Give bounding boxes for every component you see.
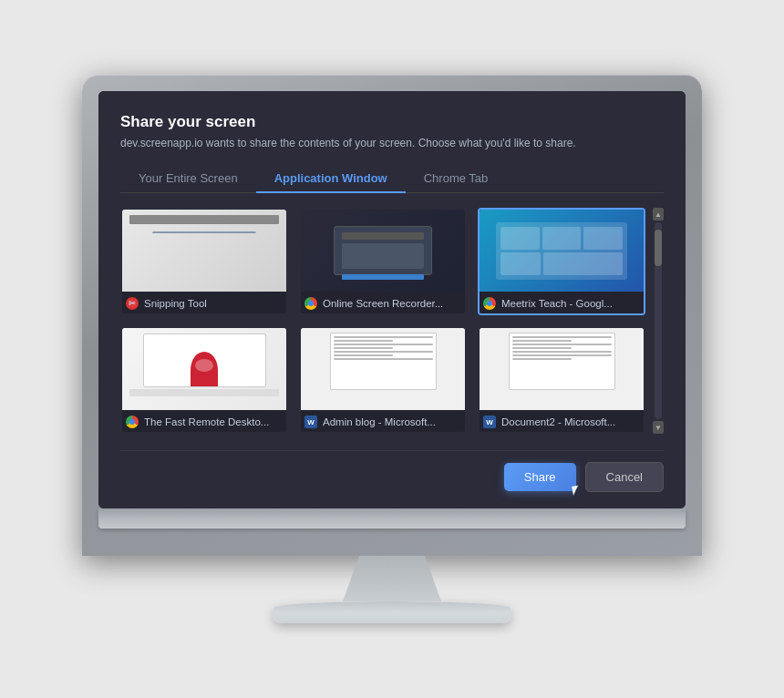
thumb-meetrix-text: Meetrix Teach - Googl... — [501, 298, 613, 309]
doc2-word-icon: W — [483, 416, 496, 428]
thumb-doc2-label: W Document2 - Microsoft... — [480, 410, 644, 432]
scroll-thumb[interactable] — [655, 230, 662, 266]
thumb-meetrix-preview — [480, 210, 644, 292]
thumb-remote-preview — [122, 328, 286, 410]
windows-grid-area: ✂ Snipping Tool — [120, 208, 664, 434]
doc2-line-7 — [512, 358, 572, 360]
thumb-admin-preview — [301, 328, 465, 410]
thumb-admin-label: W Admin blog - Microsoft... — [301, 410, 465, 432]
meetrix-inner — [496, 222, 627, 280]
dialog-title: Share your screen — [120, 113, 664, 131]
monitor-bezel: Share your screen dev.screenapp.io wants… — [82, 75, 702, 556]
thumb-snipping-preview — [122, 210, 286, 292]
remote-chrome-icon — [126, 416, 139, 428]
thumb-recorder-preview — [301, 210, 465, 292]
meetrix-block-1 — [500, 227, 540, 250]
tab-entire-screen[interactable]: Your Entire Screen — [120, 164, 256, 192]
cancel-button[interactable]: Cancel — [585, 462, 664, 492]
share-button[interactable]: Share — [504, 463, 576, 491]
thumb-doc2-preview — [480, 328, 644, 410]
scroll-down-button[interactable]: ▼ — [653, 421, 664, 434]
doc2-line-3 — [512, 344, 612, 345]
meetrix-block-3 — [583, 227, 623, 250]
snipping-tool-icon: ✂ — [126, 297, 139, 310]
word-line-4 — [334, 347, 393, 349]
thumb-remote-label: The Fast Remote Deskto... — [122, 410, 286, 432]
scrollbar[interactable]: ▲ ▼ — [653, 208, 664, 434]
word-line-5 — [334, 351, 433, 353]
screen-share-dialog: Share your screen dev.screenapp.io wants… — [98, 91, 686, 508]
window-remote-desktop[interactable]: The Fast Remote Deskto... — [120, 326, 288, 434]
word-line-7 — [334, 358, 433, 360]
doc2-word-inner — [509, 333, 615, 390]
dialog-subtitle: dev.screenapp.io wants to share the cont… — [120, 137, 664, 149]
tab-bar: Your Entire Screen Application Window Ch… — [120, 164, 664, 193]
meetrix-row-2 — [500, 252, 623, 275]
window-document2[interactable]: W Document2 - Microsoft... — [478, 326, 645, 434]
admin-word-inner — [330, 333, 437, 390]
share-button-wrap: Share — [504, 463, 576, 491]
window-admin-blog[interactable]: W Admin blog - Microsoft... — [299, 326, 467, 434]
window-snipping-tool[interactable]: ✂ Snipping Tool — [120, 208, 288, 315]
thumb-recorder-label: Online Screen Recorder... — [301, 292, 465, 313]
doc2-line-6 — [512, 354, 612, 356]
scroll-track — [655, 222, 662, 419]
thumb-meetrix-label: Meetrix Teach - Googl... — [480, 292, 644, 313]
thumb-snipping-text: Snipping Tool — [144, 298, 207, 309]
tab-application-window[interactable]: Application Window — [256, 164, 406, 192]
dialog-footer: Share Cancel — [120, 450, 664, 492]
meetrix-block-5 — [543, 252, 623, 275]
thumb-recorder-text: Online Screen Recorder... — [323, 298, 443, 309]
window-meetrix[interactable]: Meetrix Teach - Googl... — [478, 208, 645, 315]
meetrix-chrome-icon — [483, 297, 496, 310]
thumb-snipping-label: ✂ Snipping Tool — [122, 292, 286, 313]
tab-chrome-tab[interactable]: Chrome Tab — [406, 164, 507, 192]
thumb-doc2-text: Document2 - Microsoft... — [501, 416, 615, 427]
doc2-line-5 — [512, 351, 612, 353]
thumb-admin-text: Admin blog - Microsoft... — [323, 416, 436, 427]
window-online-recorder[interactable]: Online Screen Recorder... — [299, 208, 467, 315]
word-line-1 — [334, 336, 433, 338]
meetrix-row-1 — [500, 227, 623, 250]
meetrix-block-2 — [542, 227, 582, 250]
monitor-screen: Share your screen dev.screenapp.io wants… — [98, 91, 686, 508]
word-line-6 — [334, 354, 393, 356]
doc2-line-4 — [512, 347, 572, 349]
recorder-inner — [334, 226, 432, 275]
monitor-neck — [337, 556, 447, 601]
scroll-up-button[interactable]: ▲ — [653, 208, 664, 221]
admin-word-icon: W — [304, 416, 317, 428]
word-line-3 — [334, 344, 433, 345]
thumb-remote-text: The Fast Remote Deskto... — [144, 416, 269, 427]
monitor-base — [273, 601, 511, 623]
doc2-line-1 — [512, 336, 612, 338]
word-line-2 — [334, 340, 393, 342]
remote-robot-graphic — [191, 352, 218, 387]
remote-inner — [143, 334, 266, 387]
monitor-chin — [98, 508, 686, 529]
monitor: Share your screen dev.screenapp.io wants… — [82, 75, 702, 623]
windows-grid: ✂ Snipping Tool — [120, 208, 653, 434]
doc2-line-2 — [512, 340, 572, 342]
meetrix-block-4 — [500, 252, 541, 275]
recorder-chrome-icon — [304, 297, 317, 310]
